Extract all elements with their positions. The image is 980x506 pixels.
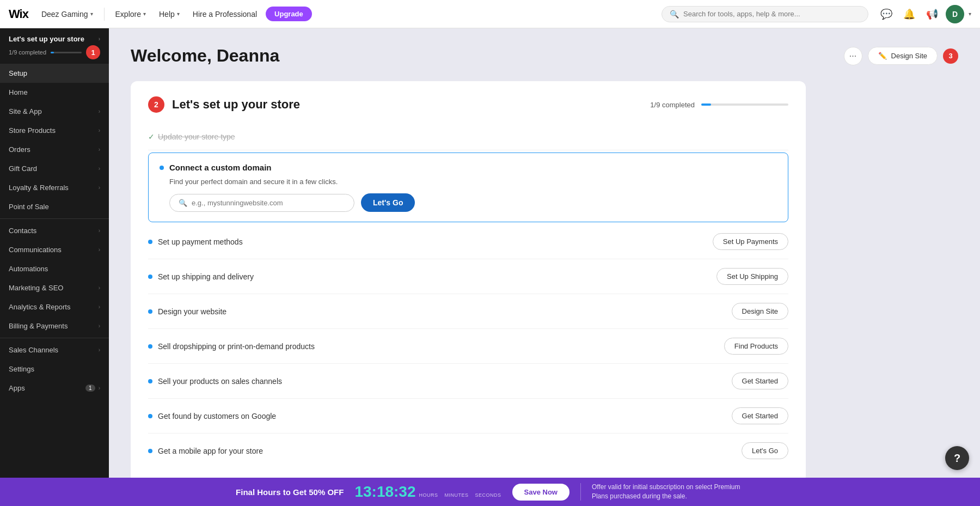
- sidebar-divider-1: [0, 218, 109, 219]
- sidebar-item-setup-label: Setup: [9, 69, 27, 77]
- sidebar-item-gift-card[interactable]: Gift Card ›: [0, 159, 109, 178]
- sidebar-progress-text: 1/9 completed: [9, 49, 46, 56]
- task-connect-domain-body: Find your perfect domain and secure it i…: [160, 178, 777, 212]
- domain-input-wrap[interactable]: 🔍: [169, 194, 354, 212]
- site-dropdown-chevron: ▾: [90, 11, 93, 17]
- sidebar-item-apps[interactable]: Apps 1 ›: [0, 379, 109, 398]
- timer-labels: Hours Minutes Seconds: [419, 492, 501, 498]
- sidebar-item-communications[interactable]: Communications ›: [0, 240, 109, 259]
- task-setup-shipping-label: Set up shipping and delivery: [158, 272, 254, 281]
- banner-text: Final Hours to Get 50% OFF: [236, 487, 344, 497]
- help-nav-btn[interactable]: Help ▾: [155, 8, 184, 21]
- task-item-google[interactable]: Get found by customers on Google Get Sta…: [148, 399, 788, 434]
- task-item-connect-domain[interactable]: Connect a custom domain Find your perfec…: [148, 153, 788, 222]
- sidebar-item-settings[interactable]: Settings: [0, 359, 109, 379]
- page-title: Welcome, Deanna: [131, 46, 279, 66]
- page-header: Welcome, Deanna ··· ✏️ Design Site 3: [131, 46, 958, 66]
- seconds-label: Seconds: [475, 492, 501, 498]
- task-item-update-store-type[interactable]: ✓ Update your store type: [148, 124, 788, 150]
- sidebar-item-settings-label: Settings: [9, 365, 34, 373]
- task-item-sales-channels[interactable]: Sell your products on sales channels Get…: [148, 364, 788, 399]
- sidebar-item-point-of-sale[interactable]: Point of Sale: [0, 197, 109, 216]
- check-icon: ✓: [148, 132, 152, 141]
- sidebar-item-sales-channels[interactable]: Sales Channels ›: [0, 340, 109, 359]
- task-item-mobile-app[interactable]: Get a mobile app for your store Let's Go: [148, 434, 788, 468]
- save-now-button[interactable]: Save Now: [512, 484, 569, 501]
- avatar[interactable]: D: [946, 5, 964, 23]
- global-search[interactable]: 🔍: [661, 6, 868, 22]
- task-item-left: ✓ Update your store type: [148, 132, 235, 141]
- lets-go-button[interactable]: Let's Go: [361, 193, 415, 212]
- setup-card-title-text: Let's set up your store: [172, 97, 300, 112]
- sidebar-progress-bar: [51, 52, 82, 53]
- sidebar-item-loyalty-referrals-label: Loyalty & Referrals: [9, 184, 69, 192]
- sidebar-item-site-app[interactable]: Site & App ›: [0, 102, 109, 121]
- sidebar-divider-2: [0, 338, 109, 338]
- task-setup-payments-label: Set up payment methods: [158, 237, 243, 246]
- task-mobile-app-label: Get a mobile app for your store: [158, 447, 263, 455]
- task-item-left-shipping: Set up shipping and delivery: [148, 272, 254, 281]
- setup-card-progress-bar: [701, 103, 788, 106]
- promo-banner: Final Hours to Get 50% OFF 13:18:32 Hour…: [0, 478, 980, 506]
- apps-badge: 1: [85, 385, 95, 392]
- sidebar-item-setup[interactable]: Setup: [0, 64, 109, 83]
- sidebar-item-automations-label: Automations: [9, 265, 48, 273]
- set-up-shipping-button[interactable]: Set Up Shipping: [716, 268, 788, 285]
- comments-icon[interactable]: 💬: [877, 5, 896, 23]
- bell-icon[interactable]: 🔔: [900, 5, 918, 23]
- sidebar-item-store-products-chevron: ›: [99, 127, 100, 133]
- explore-nav-btn[interactable]: Explore ▾: [111, 8, 150, 21]
- task-item-setup-shipping[interactable]: Set up shipping and delivery Set Up Ship…: [148, 259, 788, 294]
- task-item-setup-payments[interactable]: Set up payment methods Set Up Payments: [148, 224, 788, 259]
- help-button[interactable]: ?: [945, 446, 969, 470]
- task-dot-sales-channels: [148, 379, 152, 383]
- site-name-dropdown[interactable]: Deez Gaming ▾: [37, 8, 97, 21]
- task-design-website-label: Design your website: [158, 307, 226, 316]
- sidebar-item-contacts[interactable]: Contacts ›: [0, 221, 109, 240]
- sidebar-item-communications-label: Communications: [9, 246, 62, 254]
- task-dot-payments: [148, 240, 152, 244]
- search-input[interactable]: [683, 10, 860, 18]
- sidebar-item-site-app-chevron: ›: [99, 108, 100, 114]
- sidebar-item-contacts-label: Contacts: [9, 227, 36, 235]
- setup-card-title: 2 Let's set up your store: [148, 96, 300, 113]
- task-connect-domain-header: Connect a custom domain: [160, 163, 777, 172]
- sidebar-item-contacts-chevron: ›: [99, 228, 100, 234]
- task-item-design-website[interactable]: Design your website Design Site: [148, 294, 788, 329]
- sidebar-item-loyalty-referrals[interactable]: Loyalty & Referrals ›: [0, 178, 109, 197]
- design-site-task-button[interactable]: Design Site: [732, 303, 788, 320]
- sidebar-item-point-of-sale-label: Point of Sale: [9, 203, 49, 211]
- minutes-label: Minutes: [445, 492, 469, 498]
- task-google-label: Get found by customers on Google: [158, 412, 276, 420]
- sidebar-item-home[interactable]: Home: [0, 83, 109, 102]
- get-started-google-button[interactable]: Get Started: [732, 407, 788, 424]
- task-dot-google: [148, 414, 152, 418]
- sidebar-item-marketing-seo[interactable]: Marketing & SEO ›: [0, 278, 109, 297]
- get-started-sales-channels-button[interactable]: Get Started: [732, 373, 788, 389]
- more-options-button[interactable]: ···: [844, 47, 862, 65]
- sidebar-item-orders[interactable]: Orders ›: [0, 140, 109, 159]
- avatar-chevron: ▾: [969, 11, 971, 17]
- sidebar-setup-title-text: Let's set up your store: [9, 35, 84, 43]
- find-products-button[interactable]: Find Products: [724, 338, 788, 355]
- task-item-left-payments: Set up payment methods: [148, 237, 243, 246]
- task-dot-shipping: [148, 275, 152, 279]
- design-site-button[interactable]: ✏️ Design Site: [868, 47, 938, 65]
- megaphone-icon[interactable]: 📢: [923, 5, 941, 23]
- hire-pro-btn[interactable]: Hire a Professional: [188, 8, 261, 21]
- sidebar-item-marketing-seo-label: Marketing & SEO: [9, 284, 63, 292]
- upgrade-button[interactable]: Upgrade: [266, 7, 312, 21]
- sidebar-item-store-products[interactable]: Store Products ›: [0, 121, 109, 140]
- sidebar-item-automations[interactable]: Automations: [0, 259, 109, 278]
- task-item-dropshipping[interactable]: Sell dropshipping or print-on-demand pro…: [148, 329, 788, 364]
- sidebar-item-analytics-reports[interactable]: Analytics & Reports ›: [0, 297, 109, 316]
- sidebar-item-gift-card-chevron: ›: [99, 166, 100, 172]
- task-connect-domain-title: Connect a custom domain: [169, 163, 272, 172]
- set-up-payments-button[interactable]: Set Up Payments: [713, 233, 788, 250]
- domain-input[interactable]: [192, 199, 345, 207]
- lets-go-mobile-button[interactable]: Let's Go: [742, 442, 788, 459]
- sidebar-setup-header[interactable]: Let's set up your store › 1/9 completed …: [0, 28, 109, 64]
- task-item-left-google: Get found by customers on Google: [148, 412, 276, 420]
- task-update-store-type-label: Update your store type: [158, 132, 235, 141]
- sidebar-item-billing-payments[interactable]: Billing & Payments ›: [0, 316, 109, 336]
